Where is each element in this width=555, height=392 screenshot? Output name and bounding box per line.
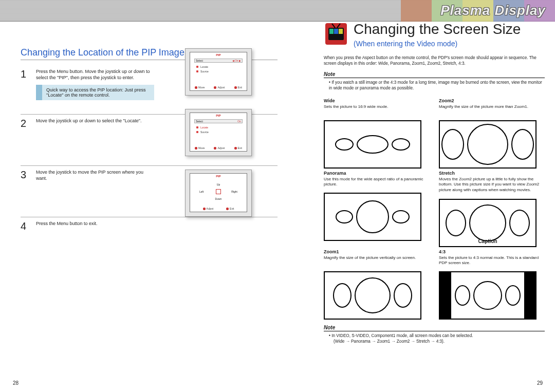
svg-rect-3 [334,29,338,34]
mode-desc: Sets the picture to 16:9 wide mode. [324,104,430,119]
brand-title: Plasma Display [440,3,546,18]
osd-title: PIP [216,175,221,178]
mode-desc: Moves the Zoom2 picture up a little to f… [439,177,545,197]
step-number: 4 [21,220,31,232]
note2-body: In VIDEO, S-VIDEO, Component1 mode, all … [324,333,545,344]
osd-item: Source [200,130,209,134]
aspect-diagram [439,120,536,169]
mode-title: Zoom2 [439,98,545,103]
aspect-diagram [324,193,421,241]
step-text: Move the joystick up or down to select t… [36,118,142,161]
osd-dir: Down [190,197,247,200]
top-bar: Plasma Display [0,0,555,22]
osd-select-label: Select [196,120,203,123]
osd-screenshot-2: PIP Select On Locate Source MoveAdjustEx… [185,109,252,156]
mode-desc: Sets the picture to 4:3 normal mode. Thi… [439,255,545,270]
osd-footer: AdjustExit [190,207,247,210]
mode-title: Zoom1 [324,249,430,254]
osd-dir: Up [190,183,247,186]
mode-zoom1: Zoom1 Magnify the size of the picture ve… [324,249,430,320]
page-number-left: 28 [13,380,18,386]
osd-item-selected: Locate [200,126,208,129]
mode-title: 4:3 [439,249,545,254]
mode-panorama: Panorama Use this mode for the wide aspe… [324,171,430,247]
left-page: Changing the Location of the PIP Image 1… [21,27,278,236]
aspect-diagram: Caption [439,199,536,247]
osd-item: Source [200,70,209,73]
mode-43: 4:3 Sets the picture to 4:3 normal mode.… [439,249,545,320]
right-subtitle: (When entering the Video mode) [354,40,521,48]
mode-wide: Wide Sets the picture to 16:9 wide mode. [324,98,430,169]
note2-line1: In VIDEO, S-VIDEO, Component1 mode, all … [329,333,545,339]
aspect-diagram [324,120,421,169]
step-text: Press the Menu button to exit. [36,220,98,232]
mode-zoom2: Zoom2 Magnify the size of the picture mo… [439,98,545,169]
step-text: Press the Menu button. Move the joystick… [36,68,154,81]
mode-grid: Wide Sets the picture to 16:9 wide mode.… [324,98,545,320]
mode-desc: Use this mode for the wide aspect ratio … [324,177,430,191]
osd-item: Locate [200,65,208,68]
mode-desc: Magnify the size of the picture more tha… [439,104,545,119]
mode-title: Wide [324,98,430,103]
note2-line2: (Wide → Panorama → Zoom1 → Zoom2 → Stret… [329,339,545,344]
osd-dir: Right [231,190,237,193]
right-page: Changing the Screen Size (When entering … [324,27,545,344]
step-4: 4 Press the Menu button to exit. [21,217,278,236]
osd-select-label: Select [196,59,203,62]
svg-rect-2 [329,29,334,34]
svg-rect-4 [339,29,343,34]
mode-desc: Magnify the size of the picture vertical… [324,255,430,270]
mode-title: Stretch [439,171,545,176]
mode-title: Panorama [324,171,430,176]
pip-tip: Quick way to access the PIP location: Ju… [36,85,154,100]
tv-icon [324,22,348,46]
page-number-right: 29 [537,380,543,386]
step-number: 1 [21,68,31,110]
osd-footer: MoveAdjustExit [190,146,247,150]
note1-body: If you watch a still image or the 4:3 mo… [324,80,545,91]
step-text: Move the joystick to move the PIP screen… [36,169,154,213]
intro-text: When you press the Aspect button on the … [324,55,545,66]
osd-select-value: On [237,120,241,123]
step-number: 2 [21,118,31,161]
note1-head: Note [324,71,545,78]
note2-head: Note [324,325,545,331]
caption-label: Caption [478,238,497,244]
right-title: Changing the Screen Size [354,22,521,38]
osd-footer: MoveAdjustExit [190,86,247,89]
osd-dir: Left [199,190,203,193]
osd-joystick-icon [216,189,221,194]
osd-screenshot-3: PIP Up Left Right Down AdjustExit [185,170,252,217]
osd-screenshot-1: PIP Select ◀ On ▶ Locate Source MoveAdju… [185,48,252,96]
step-number: 3 [21,169,31,213]
osd-title: PIP [216,53,221,57]
mode-stretch: Stretch Moves the Zoom2 picture up a lit… [439,171,545,247]
osd-select-value: ◀ On ▶ [232,59,241,62]
osd-title: PIP [216,114,221,117]
aspect-diagram [324,271,421,320]
aspect-diagram [439,271,536,320]
